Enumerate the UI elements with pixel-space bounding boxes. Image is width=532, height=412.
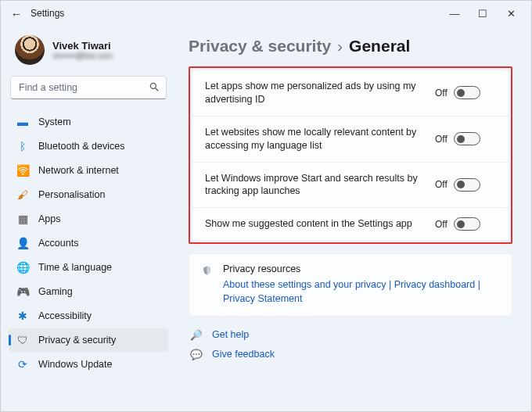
chevron-right-icon: ›	[337, 37, 343, 56]
content-pane: Privacy & security › General Let apps sh…	[171, 26, 531, 411]
nav-windows-update[interactable]: ⟳Windows Update	[9, 353, 168, 376]
privacy-resources-card: Privacy resources About these settings a…	[189, 253, 512, 316]
accessibility-icon: ✱	[16, 310, 29, 322]
shield-icon	[202, 263, 212, 278]
nav-label: System	[38, 116, 71, 127]
help-icon: 🔎	[190, 329, 203, 341]
nav-label: Time & language	[38, 262, 112, 273]
nav-personalisation[interactable]: 🖌Personalisation	[9, 183, 168, 206]
minimize-button[interactable]: —	[440, 8, 469, 20]
nav-list: ▬System ᛒBluetooth & devices 🛜Network & …	[9, 110, 168, 376]
setting-desc: Let websites show me locally relevant co…	[205, 126, 424, 152]
nav-gaming[interactable]: 🎮Gaming	[9, 280, 168, 303]
profile-block[interactable]: Vivek Tiwari viv•••••@live.com	[9, 29, 168, 74]
resources-links: About these settings and your privacy | …	[223, 278, 499, 306]
search-icon	[149, 81, 160, 92]
breadcrumb-parent[interactable]: Privacy & security	[189, 37, 331, 56]
toggle-app-launches[interactable]	[454, 178, 480, 192]
link-privacy-dashboard[interactable]: Privacy dashboard	[394, 279, 476, 290]
nav-label: Personalisation	[38, 189, 105, 200]
apps-icon: ▦	[16, 213, 29, 225]
personalisation-icon: 🖌	[16, 188, 29, 201]
setting-language-list: Let websites show me locally relevant co…	[192, 116, 509, 163]
svg-point-0	[150, 83, 156, 88]
link-label: Give feedback	[212, 349, 275, 360]
toggle-language-list[interactable]	[454, 132, 480, 145]
nav-label: Network & internet	[38, 165, 119, 176]
back-button[interactable]: ←	[7, 7, 26, 20]
get-help-link[interactable]: 🔎 Get help	[190, 329, 512, 341]
sidebar: Vivek Tiwari viv•••••@live.com ▬System ᛒ…	[1, 26, 171, 411]
user-email: viv•••••@live.com	[52, 52, 113, 60]
toggle-suggested-content[interactable]	[454, 217, 480, 231]
give-feedback-link[interactable]: 💬 Give feedback	[190, 349, 512, 360]
nav-label: Accessibility	[38, 310, 92, 321]
user-name: Vivek Tiwari	[52, 40, 113, 52]
toggle-state: Off	[435, 179, 448, 190]
feedback-icon: 💬	[190, 349, 203, 360]
nav-apps[interactable]: ▦Apps	[9, 207, 168, 231]
nav-label: Privacy & security	[38, 335, 116, 346]
link-about-settings[interactable]: About these settings and your privacy	[223, 279, 386, 290]
nav-bluetooth[interactable]: ᛒBluetooth & devices	[9, 134, 168, 158]
network-icon: 🛜	[16, 164, 29, 177]
highlighted-settings-panel: Let apps show me personalized ads by usi…	[189, 66, 512, 244]
system-icon: ▬	[16, 116, 29, 128]
breadcrumb: Privacy & security › General	[189, 37, 512, 56]
setting-desc: Let Windows improve Start and search res…	[205, 172, 424, 199]
nav-privacy-security[interactable]: 🛡Privacy & security	[9, 328, 168, 352]
search-input[interactable]	[10, 76, 167, 99]
nav-label: Apps	[38, 213, 61, 224]
svg-line-1	[156, 88, 159, 91]
footer-links: 🔎 Get help 💬 Give feedback	[189, 329, 512, 360]
nav-label: Windows Update	[38, 359, 113, 370]
setting-ads: Let apps show me personalized ads by usi…	[192, 70, 509, 116]
avatar	[15, 35, 45, 65]
setting-suggested-content: Show me suggested content in the Setting…	[192, 208, 509, 241]
nav-label: Bluetooth & devices	[38, 141, 125, 152]
toggle-ads[interactable]	[454, 86, 480, 99]
breadcrumb-current: General	[349, 37, 410, 56]
close-button[interactable]: ✕	[497, 8, 525, 20]
window-title: Settings	[31, 8, 64, 19]
nav-system[interactable]: ▬System	[9, 110, 168, 134]
setting-desc: Let apps show me personalized ads by usi…	[205, 80, 424, 106]
nav-time-language[interactable]: 🌐Time & language	[9, 256, 168, 279]
nav-network[interactable]: 🛜Network & internet	[9, 159, 168, 182]
nav-accounts[interactable]: 👤Accounts	[9, 231, 168, 255]
nav-label: Gaming	[38, 286, 73, 297]
gaming-icon: 🎮	[16, 285, 29, 298]
maximize-button[interactable]: ☐	[469, 8, 497, 20]
setting-desc: Show me suggested content in the Setting…	[205, 217, 424, 231]
resources-title: Privacy resources	[223, 263, 499, 274]
nav-accessibility[interactable]: ✱Accessibility	[9, 304, 168, 328]
toggle-state: Off	[435, 219, 448, 230]
nav-label: Accounts	[38, 238, 78, 249]
toggle-state: Off	[435, 134, 448, 145]
setting-app-launches: Let Windows improve Start and search res…	[192, 163, 509, 209]
toggle-state: Off	[435, 88, 448, 99]
bluetooth-icon: ᛒ	[16, 140, 29, 152]
update-icon: ⟳	[16, 358, 29, 371]
title-bar: ← Settings — ☐ ✕	[1, 1, 531, 26]
link-privacy-statement[interactable]: Privacy Statement	[223, 293, 302, 304]
accounts-icon: 👤	[16, 237, 29, 249]
link-label: Get help	[212, 329, 249, 340]
privacy-icon: 🛡	[16, 334, 29, 346]
time-language-icon: 🌐	[16, 261, 29, 274]
